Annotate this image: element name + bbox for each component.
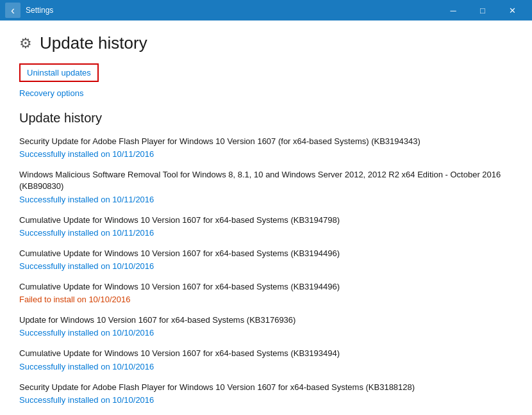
update-entry: Cumulative Update for Windows 10 Version… bbox=[19, 215, 513, 238]
update-status[interactable]: Successfully installed on 10/10/2016 bbox=[19, 261, 513, 271]
maximize-button[interactable]: □ bbox=[468, 0, 497, 20]
update-list: Security Update for Adobe Flash Player f… bbox=[19, 136, 513, 405]
update-status[interactable]: Successfully installed on 10/11/2016 bbox=[19, 195, 513, 204]
recovery-options-link[interactable]: Recovery options bbox=[19, 88, 513, 98]
update-entry: Cumulative Update for Windows 10 Version… bbox=[19, 281, 513, 304]
update-name: Cumulative Update for Windows 10 Version… bbox=[19, 215, 513, 226]
update-status[interactable]: Successfully installed on 10/11/2016 bbox=[19, 149, 513, 159]
update-status[interactable]: Successfully installed on 10/10/2016 bbox=[19, 328, 513, 338]
update-name: Security Update for Adobe Flash Player f… bbox=[19, 136, 513, 147]
update-name: Security Update for Adobe Flash Player f… bbox=[19, 382, 513, 393]
update-entry: Security Update for Adobe Flash Player f… bbox=[19, 382, 513, 405]
update-entry: Cumulative Update for Windows 10 Version… bbox=[19, 248, 513, 271]
update-name: Update for Windows 10 Version 1607 for x… bbox=[19, 314, 513, 326]
update-name: Windows Malicious Software Removal Tool … bbox=[19, 169, 513, 192]
main-area: ⚙ Update history Uninstall updates Recov… bbox=[0, 20, 532, 415]
update-status[interactable]: Successfully installed on 10/10/2016 bbox=[19, 362, 513, 371]
update-name: Cumulative Update for Windows 10 Version… bbox=[19, 348, 513, 359]
titlebar: Settings ─ □ ✕ bbox=[0, 0, 532, 20]
titlebar-title: Settings bbox=[26, 6, 53, 15]
back-button[interactable] bbox=[5, 3, 21, 18]
section-title: Update history bbox=[19, 111, 513, 126]
gear-icon: ⚙ bbox=[19, 35, 32, 52]
update-name: Cumulative Update for Windows 10 Version… bbox=[19, 281, 513, 293]
update-status[interactable]: Successfully installed on 10/10/2016 bbox=[19, 395, 513, 405]
window-controls: ─ □ ✕ bbox=[438, 0, 527, 20]
update-entry: Update for Windows 10 Version 1607 for x… bbox=[19, 314, 513, 338]
update-status[interactable]: Failed to install on 10/10/2016 bbox=[19, 295, 513, 304]
update-entry: Security Update for Adobe Flash Player f… bbox=[19, 136, 513, 159]
close-button[interactable]: ✕ bbox=[497, 0, 527, 20]
update-entry: Cumulative Update for Windows 10 Version… bbox=[19, 348, 513, 371]
update-name: Cumulative Update for Windows 10 Version… bbox=[19, 248, 513, 259]
page-title: Update history bbox=[40, 33, 147, 53]
minimize-button[interactable]: ─ bbox=[438, 0, 468, 20]
update-entry: Windows Malicious Software Removal Tool … bbox=[19, 169, 513, 204]
page-header: ⚙ Update history bbox=[19, 33, 513, 53]
update-status[interactable]: Successfully installed on 10/11/2016 bbox=[19, 228, 513, 238]
uninstall-updates-button[interactable]: Uninstall updates bbox=[19, 63, 99, 82]
content-panel: ⚙ Update history Uninstall updates Recov… bbox=[0, 20, 532, 415]
